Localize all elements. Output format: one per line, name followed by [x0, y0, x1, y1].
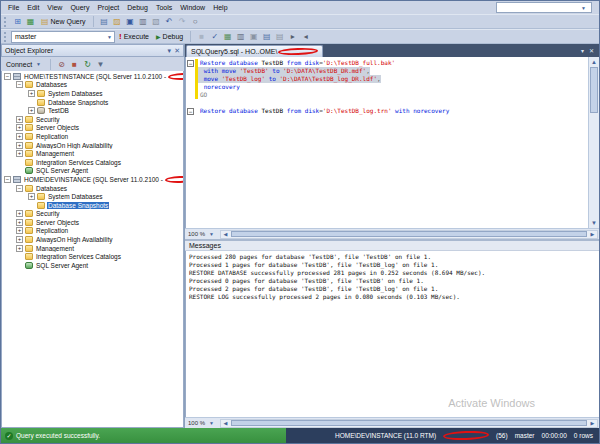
tree-item-server-objects[interactable]: +Server Objects — [2, 218, 183, 227]
expand-icon[interactable]: + — [16, 227, 23, 234]
object-explorer-tree[interactable]: −HOME\TESTINSTANCE (SQL Server 11.0.2100… — [1, 71, 184, 428]
scrollbar-thumb[interactable] — [231, 231, 587, 237]
code-line[interactable]: −Restore database TestDB from disk='D:\T… — [186, 107, 599, 115]
collapse-icon[interactable]: − — [4, 73, 11, 80]
cancel-query-icon[interactable]: ■ — [195, 31, 208, 43]
scroll-up-icon[interactable]: ▲ — [591, 57, 597, 67]
tree-item-system-databases[interactable]: +System Databases — [2, 89, 183, 98]
scroll-right-icon[interactable]: ▶ — [588, 420, 597, 426]
expand-icon[interactable]: + — [16, 150, 23, 157]
pane-menu-icon[interactable]: ▾ — [168, 47, 172, 55]
menu-debug[interactable]: Debug — [123, 3, 152, 12]
execute-button[interactable]: ! Execute — [116, 31, 152, 43]
source-control-icon[interactable]: ▧ — [150, 16, 163, 28]
menu-file[interactable]: File — [4, 3, 23, 12]
scroll-left-icon[interactable]: ◀ — [221, 231, 230, 237]
new-document-icon[interactable]: ▤ — [98, 16, 111, 28]
code-line[interactable]: GO — [186, 91, 599, 99]
parse-icon[interactable]: ✓ — [208, 31, 221, 43]
open-file-icon[interactable]: ▨ — [111, 16, 124, 28]
expand-icon[interactable]: + — [28, 193, 35, 200]
tree-item-home-devinstance-sql-server-11-0-2100[interactable]: −HOME\DEVINSTANCE (SQL Server 11.0.2100 … — [2, 175, 183, 184]
disconnect-icon[interactable]: ⊘ — [55, 58, 68, 70]
debug-button[interactable]: ▶ Debug — [153, 31, 186, 43]
scroll-left-icon[interactable]: ◀ — [221, 420, 230, 426]
filter-icon[interactable]: ▼ — [94, 58, 107, 70]
undo-icon[interactable]: ↶ — [163, 16, 176, 28]
tree-item-integration-services-catalogs[interactable]: Integration Services Catalogs — [2, 252, 183, 261]
menu-view[interactable]: View — [43, 3, 66, 12]
sql-editor[interactable]: −Restore database TestDB from disk='D:\T… — [185, 57, 599, 228]
menubar-search-input[interactable] — [497, 3, 579, 12]
expand-icon[interactable]: + — [16, 245, 23, 252]
chevron-down-icon[interactable]: ▼ — [579, 5, 588, 11]
tree-item-security[interactable]: +Security — [2, 115, 183, 124]
intellisense-icon[interactable]: ▣ — [247, 31, 260, 43]
connect-button[interactable]: Connect ▼ — [3, 58, 46, 70]
tree-item-testdb[interactable]: +TestDB — [2, 106, 183, 115]
menu-edit[interactable]: Edit — [23, 3, 43, 12]
expand-icon[interactable]: + — [16, 142, 23, 149]
code-line[interactable]: −Restore database TestDB from disk='D:\T… — [186, 59, 599, 67]
indent-icon[interactable]: ▸ — [286, 31, 299, 43]
activity-monitor-icon[interactable]: ▦ — [24, 16, 37, 28]
close-document-icon[interactable]: ✕ — [589, 47, 594, 54]
code-line[interactable]: move 'TestDB_log' to 'D:\DATA\TestDB_log… — [186, 75, 599, 83]
estimated-plan-icon[interactable]: ▦ — [221, 31, 234, 43]
tree-item-management[interactable]: +Management — [2, 244, 183, 253]
close-icon[interactable]: ✕ — [174, 47, 180, 55]
redo-icon[interactable]: ↷ — [176, 16, 189, 28]
expand-icon[interactable]: + — [16, 236, 23, 243]
tree-item-integration-services-catalogs[interactable]: Integration Services Catalogs — [2, 158, 183, 167]
messages-horizontal-scrollbar[interactable]: ◀ ▶ — [220, 419, 598, 428]
stop-icon[interactable]: ■ — [68, 58, 81, 70]
tree-item-management[interactable]: +Management — [2, 149, 183, 158]
menubar-search-box[interactable]: ▼ — [496, 2, 592, 13]
tree-item-databases[interactable]: −Databases — [2, 81, 183, 90]
tree-item-alwayson-high-availability[interactable]: +AlwaysOn High Availability — [2, 235, 183, 244]
menu-query[interactable]: Query — [66, 3, 93, 12]
outdent-icon[interactable]: ◂ — [299, 31, 312, 43]
database-dropdown[interactable]: master ▼ — [11, 31, 115, 43]
editor-vertical-scrollbar[interactable]: ▲ ▼ — [588, 57, 599, 228]
tree-item-sql-server-agent[interactable]: SQL Server Agent — [2, 261, 183, 270]
editor-horizontal-scrollbar[interactable]: ◀ ▶ — [220, 230, 598, 239]
tree-item-database-snapshots[interactable]: Database Snapshots — [2, 201, 183, 210]
refresh-icon[interactable]: ↻ — [81, 58, 94, 70]
tree-item-sql-server-agent[interactable]: SQL Server Agent — [2, 167, 183, 176]
tree-item-security[interactable]: +Security — [2, 210, 183, 219]
menu-tools[interactable]: Tools — [152, 3, 176, 12]
toolbar-grip[interactable] — [4, 32, 7, 42]
collapse-icon[interactable]: − — [16, 81, 23, 88]
expand-icon[interactable]: + — [16, 116, 23, 123]
find-icon[interactable]: ○ — [189, 16, 202, 28]
connect-icon[interactable]: ⊞ — [11, 16, 24, 28]
expand-icon[interactable]: + — [28, 90, 35, 97]
new-query-button[interactable]: ▤ New Query — [38, 16, 89, 28]
tree-item-databases[interactable]: −Databases — [2, 184, 183, 193]
messages-tab[interactable]: Messages — [185, 239, 599, 251]
expand-icon[interactable]: + — [16, 133, 23, 140]
tree-item-alwayson-high-availability[interactable]: +AlwaysOn High Availability — [2, 141, 183, 150]
code-line[interactable]: norecovery — [186, 83, 599, 91]
editor-zoom-level[interactable]: 100 % ▼ — [185, 231, 219, 237]
print-icon[interactable]: ▥ — [137, 16, 150, 28]
tab-list-icon[interactable]: ▾ — [581, 47, 584, 54]
menu-project[interactable]: Project — [93, 3, 123, 12]
fold-collapse-icon[interactable]: − — [187, 108, 194, 115]
scroll-down-icon[interactable]: ▼ — [591, 218, 597, 228]
fold-collapse-icon[interactable]: − — [187, 60, 194, 67]
tree-item-replication[interactable]: +Replication — [2, 227, 183, 236]
expand-icon[interactable]: + — [16, 124, 23, 131]
messages-pane[interactable]: Processed 280 pages for database 'TestDB… — [185, 251, 599, 417]
tree-item-home-testinstance-sql-server-11-0-2100[interactable]: −HOME\TESTINSTANCE (SQL Server 11.0.2100… — [2, 72, 183, 81]
tree-item-replication[interactable]: +Replication — [2, 132, 183, 141]
scroll-right-icon[interactable]: ▶ — [588, 231, 597, 237]
collapse-icon[interactable]: − — [4, 176, 11, 183]
toolbar-grip[interactable] — [4, 17, 7, 27]
uncomment-icon[interactable]: ▤ — [273, 31, 286, 43]
query-options-icon[interactable]: ▥ — [234, 31, 247, 43]
collapse-icon[interactable]: − — [16, 185, 23, 192]
code-line[interactable]: with move 'TestDB' to 'D:\DATA\TestDB_DR… — [186, 67, 599, 75]
scrollbar-thumb[interactable] — [231, 420, 587, 426]
